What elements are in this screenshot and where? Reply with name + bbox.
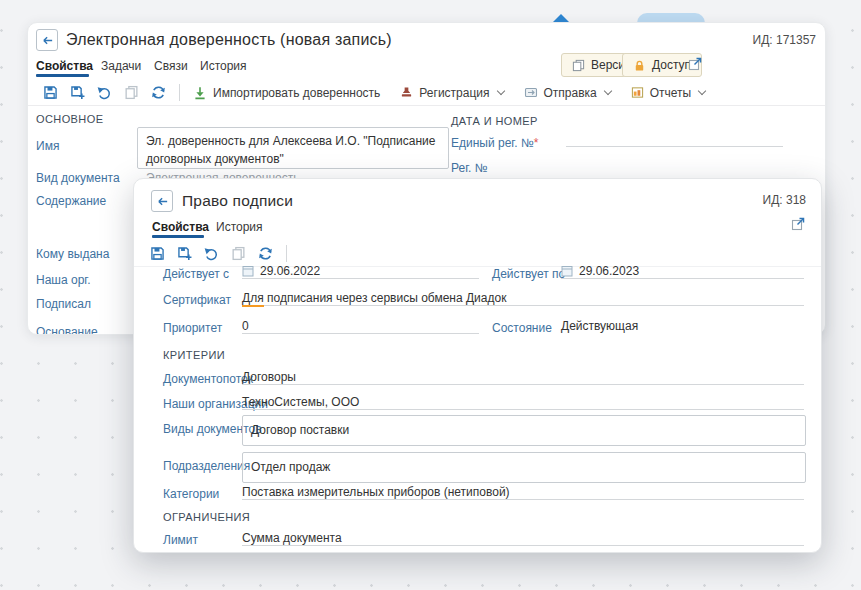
departments-label: Подразделения [163, 459, 250, 473]
chevron-down-icon [698, 87, 706, 95]
calendar-icon [242, 265, 254, 277]
doc-kinds-value: Договор поставки [251, 423, 349, 437]
dialog-record-id: ИД: 318 [763, 193, 806, 207]
state-field[interactable]: Действующая [561, 316, 804, 334]
dialog-active-tab-underline [152, 235, 204, 238]
reports-label: Отчеты [650, 86, 691, 100]
dialog-save-and-copy-button[interactable] [171, 243, 198, 264]
chevron-down-icon [496, 87, 504, 95]
state-label: Состояние [492, 321, 552, 335]
section-restrictions: ОГРАНИЧЕНИЯ [163, 511, 250, 523]
limit-value: Сумма документа [242, 531, 342, 545]
section-date-number: ДАТА И НОМЕР [451, 115, 538, 127]
categories-value: Поставка измерительных приборов (нетипов… [242, 485, 510, 499]
dialog-back-button[interactable] [151, 190, 173, 212]
docflow-value: Договоры [242, 370, 296, 384]
section-criteria: КРИТЕРИИ [163, 349, 225, 361]
valid-to-value: 29.06.2023 [579, 264, 639, 278]
certificate-value-rest: подписания через сервисы обмена Диадок [264, 291, 507, 305]
import-poa-label: Импортировать доверенность [213, 86, 380, 100]
priority-field[interactable]: 0 [242, 316, 479, 334]
dialog-tab-history[interactable]: История [216, 220, 263, 234]
back-button[interactable] [36, 29, 58, 51]
access-label: Доступ [652, 58, 691, 72]
save-and-copy-button[interactable] [64, 82, 91, 103]
required-marker: * [534, 136, 539, 150]
doc-kind-label: Вид документа [36, 171, 120, 185]
registration-dropdown[interactable]: Регистрация [394, 83, 509, 103]
limit-field[interactable]: Сумма документа [242, 528, 804, 546]
toolbar-separator [286, 245, 287, 262]
valid-to-label: Действует по [492, 267, 565, 281]
doc-kinds-field[interactable]: Договор поставки [242, 415, 806, 446]
priority-label: Приоритет [163, 321, 222, 335]
valid-from-field[interactable]: 29.06.2022 [242, 261, 479, 279]
categories-label: Категории [163, 487, 219, 501]
tab-history[interactable]: История [200, 59, 247, 73]
unified-reg-label: Единый рег. №* [451, 136, 538, 150]
issued-to-label: Кому выдана [36, 247, 109, 261]
background-triangle-decor [553, 14, 569, 22]
valid-from-value: 29.06.2022 [260, 264, 320, 278]
record-id: ИД: 171357 [753, 33, 816, 47]
sending-label: Отправка [544, 86, 597, 100]
certificate-field[interactable]: Для подписания через сервисы обмена Диад… [242, 288, 804, 306]
registration-label: Регистрация [419, 86, 489, 100]
certificate-label: Сертификат [163, 293, 231, 307]
signing-right-dialog: Право подписи ИД: 318 Свойства История Д… [133, 178, 822, 553]
dialog-title: Право подписи [182, 192, 293, 210]
limit-label: Лимит [163, 533, 198, 547]
departments-field[interactable]: Отдел продаж [242, 452, 806, 483]
report-image-icon [631, 86, 644, 99]
departments-value: Отдел продаж [251, 460, 330, 474]
download-icon [193, 86, 207, 100]
dialog-open-in-window-icon[interactable] [791, 217, 805, 231]
tab-links[interactable]: Связи [154, 59, 188, 73]
send-icon [524, 86, 538, 99]
unified-reg-field[interactable] [566, 129, 783, 147]
copy-button[interactable] [118, 82, 145, 103]
dialog-tab-properties[interactable]: Свойства [152, 220, 209, 234]
stamp-icon [400, 86, 413, 99]
import-poa-button[interactable]: Импортировать доверенность [187, 83, 386, 103]
page-title: Электронная доверенность (новая запись) [66, 31, 392, 49]
refresh-button[interactable] [145, 82, 172, 103]
docflow-field[interactable]: Договоры [242, 367, 804, 385]
card-toolbar: Импортировать доверенность Регистрация О… [28, 80, 825, 106]
name-label: Имя [36, 139, 59, 153]
categories-field[interactable]: Поставка измерительных приборов (нетипов… [242, 482, 804, 500]
reports-dropdown[interactable]: Отчеты [625, 83, 711, 103]
section-main: ОСНОВНОЕ [36, 113, 103, 125]
back-arrow-icon [41, 34, 54, 47]
state-value: Действующая [561, 319, 638, 333]
sending-dropdown[interactable]: Отправка [518, 83, 617, 103]
open-in-window-icon[interactable] [688, 57, 702, 71]
basis-label: Основание [36, 325, 98, 335]
certificate-value-marked: Для [242, 291, 264, 307]
save-button[interactable] [37, 82, 64, 103]
priority-value: 0 [242, 319, 249, 333]
calendar-icon [561, 265, 573, 277]
valid-to-field[interactable]: 29.06.2023 [561, 261, 804, 279]
lock-icon [633, 59, 646, 72]
dialog-undo-button[interactable] [198, 243, 225, 264]
tab-properties[interactable]: Свойства [36, 59, 93, 73]
tab-tasks[interactable]: Задачи [101, 59, 141, 73]
valid-from-label: Действует с [163, 267, 229, 281]
chevron-down-icon [604, 87, 612, 95]
undo-button[interactable] [91, 82, 118, 103]
back-arrow-icon [156, 195, 169, 208]
content-label: Содержание [36, 194, 106, 208]
signed-by-label: Подписал [36, 297, 91, 311]
dialog-save-button[interactable] [144, 243, 171, 264]
our-org-label: Наша орг. [36, 273, 91, 287]
our-orgs-value: ТехноСистемы, ООО [242, 395, 359, 409]
docflow-label: Документопоток [163, 372, 253, 386]
reg-number-label: Рег. № [451, 161, 488, 175]
our-orgs-field[interactable]: ТехноСистемы, ООО [242, 392, 804, 410]
name-field[interactable]: Эл. доверенность для Алексеева И.О. "Под… [137, 127, 449, 169]
name-value: Эл. доверенность для Алексеева И.О. "Под… [146, 132, 440, 168]
toolbar-separator [179, 84, 180, 101]
active-tab-underline [36, 74, 89, 77]
versions-icon [572, 59, 585, 72]
